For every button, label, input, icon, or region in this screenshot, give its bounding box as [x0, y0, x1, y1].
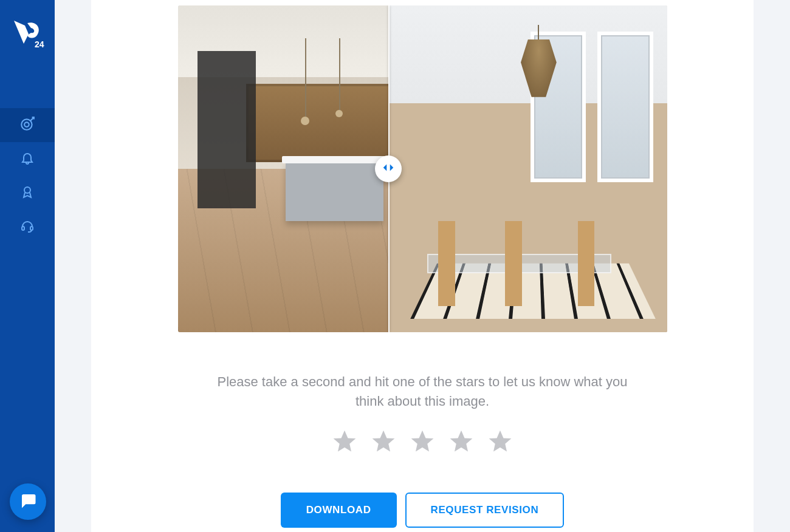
rating-prompt: Please take a second and hit one of the …: [210, 372, 635, 411]
before-after-compare[interactable]: [178, 5, 667, 332]
rating-star-2[interactable]: [370, 428, 397, 457]
rating-star-4[interactable]: [448, 428, 475, 457]
rating-star-3[interactable]: [409, 428, 436, 457]
compare-after-image: [388, 5, 667, 332]
sidebar: 24: [0, 0, 55, 532]
main-area: Please take a second and hit one of the …: [55, 0, 790, 532]
rating-star-5[interactable]: [487, 428, 514, 457]
headset-icon: [20, 219, 35, 236]
drag-horizontal-icon: [382, 161, 395, 177]
download-button-label: DOWNLOAD: [306, 504, 371, 516]
badge-icon: [20, 185, 35, 202]
brand-logo: 24: [9, 16, 46, 52]
request-revision-button-label: REQUEST REVISION: [431, 504, 539, 516]
sidebar-item-orders[interactable]: [0, 176, 55, 210]
svg-point-2: [24, 122, 29, 127]
svg-rect-5: [30, 227, 33, 230]
download-button[interactable]: DOWNLOAD: [281, 493, 397, 528]
sidebar-item-notifications[interactable]: [0, 142, 55, 176]
chat-launcher[interactable]: [10, 483, 46, 520]
sidebar-item-support[interactable]: [0, 210, 55, 244]
sidebar-item-dashboard[interactable]: [0, 108, 55, 142]
rating-stars: [91, 428, 754, 457]
action-row: DOWNLOAD REQUEST REVISION: [91, 493, 754, 528]
sidebar-nav: [0, 108, 55, 244]
svg-point-1: [21, 119, 32, 129]
rating-star-1[interactable]: [331, 428, 358, 457]
svg-text:24: 24: [35, 39, 44, 49]
target-icon: [19, 116, 35, 134]
content-card: Please take a second and hit one of the …: [91, 0, 754, 532]
svg-point-3: [24, 187, 30, 193]
svg-rect-4: [22, 227, 24, 230]
chat-icon: [19, 491, 37, 512]
request-revision-button[interactable]: REQUEST REVISION: [405, 493, 565, 528]
compare-slider-handle[interactable]: [375, 155, 402, 182]
bell-icon: [20, 151, 35, 168]
